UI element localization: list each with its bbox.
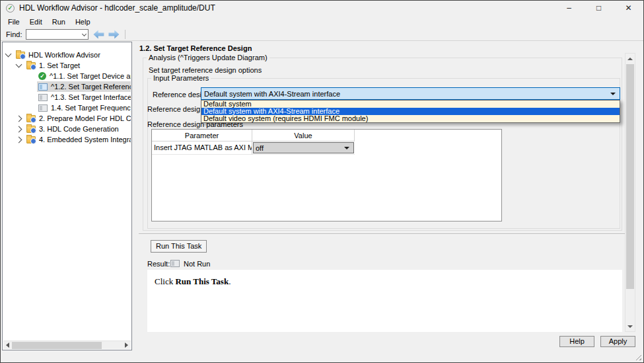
tree-item-label: ^1.1. Set Target Device and Synthe [50,72,131,80]
apply-button[interactable]: Apply [600,336,635,347]
column-header-value: Value [252,130,355,141]
chevron-down-icon[interactable] [16,61,22,68]
task-description: Set target reference design options [149,66,262,74]
find-toolbar: Find: [1,28,643,41]
reference-design-value: Default system with AXI4-Stream interfac… [201,90,610,98]
parameter-cell: Insert JTAG MATLAB as AXI Master(H... [152,141,252,155]
reference-design-select[interactable]: Default system with AXI4-Stream interfac… [201,87,620,100]
workflow-folder-icon [26,62,36,69]
tree-item-label: 2. Prepare Model For HDL Code Genera [39,114,131,122]
minimize-button[interactable]: – [554,1,584,15]
menu-item-help[interactable]: Help [73,17,92,27]
chevron-down-icon[interactable] [80,32,88,37]
app-icon [6,4,15,13]
menu-item-run[interactable]: Run [50,17,67,27]
table-row: Insert JTAG MATLAB as AXI Master(H... of… [152,141,501,155]
chevron-right-icon[interactable] [16,126,22,132]
analysis-group-label: Analysis (^Triggers Update Diagram) [149,54,268,61]
task-icon [38,104,48,112]
find-next-icon[interactable] [108,30,119,39]
chevron-down-icon[interactable] [344,147,349,152]
chevron-down-icon[interactable] [610,93,616,98]
result-label: Result: [147,260,170,268]
message-bold: Run This Task [175,276,229,286]
task-title: 1.2. Set Target Reference Design [139,44,252,52]
run-this-task-button[interactable]: Run This Task [151,240,207,253]
result-message-box: Click Run This Task. [147,270,622,332]
scroll-left-icon[interactable] [3,341,12,349]
input-parameters-label: Input Parameters [153,74,209,82]
scrollbar-thumb[interactable] [626,64,634,289]
maximize-button[interactable]: □ [584,1,614,15]
tree-item-prepare-model[interactable]: 2. Prepare Model For HDL Code Genera [3,113,131,124]
tree-item-label: 1. Set Target [39,61,80,69]
tree-item-embedded-system-integration[interactable]: 4. Embedded System Integration [3,134,131,145]
chevron-down-icon[interactable] [5,51,12,58]
tree-item-set-target-device[interactable]: ^1.1. Set Target Device and Synthe [3,71,131,81]
tree-item-hdl-code-generation[interactable]: 3. HDL Code Generation [3,124,131,134]
find-previous-icon[interactable] [93,30,104,39]
result-status: Not Run [184,260,210,268]
tree-item-set-target[interactable]: 1. Set Target [3,60,131,71]
chevron-right-icon[interactable] [16,115,22,122]
find-combobox[interactable] [26,29,89,40]
workflow-folder-icon [26,126,36,133]
task-panel-vertical-scrollbar[interactable] [625,53,635,332]
menu-bar: File Edit Run Help [1,15,643,28]
workflow-folder-icon [26,115,36,122]
window-controls: – □ ✕ [554,1,643,15]
help-button[interactable]: Help [559,336,594,347]
tree-item-label: ^1.2. Set Target Reference Design [51,83,131,91]
column-header-parameter: Parameter [152,130,252,141]
tree-item-label: ^1.3. Set Target Interface [51,93,131,101]
workflow-folder-icon [26,136,36,143]
workflow-folder-icon [16,52,25,59]
tree-item-label: 3. HDL Code Generation [39,125,119,133]
toolbar-separator [125,30,125,39]
value-dropdown-text: off [254,144,344,152]
tree-item-label: 1.4. Set Target Frequency [51,104,131,112]
tree-item-label: HDL Workflow Advisor [28,51,100,59]
tree-item-set-target-interface[interactable]: ^1.3. Set Target Interface [3,92,131,102]
chevron-right-icon[interactable] [16,136,22,143]
tree-item-label: 4. Embedded System Integration [39,136,131,143]
reference-design-toolversion-label: Reference design to [147,105,200,113]
table-header-row: Parameter Value [152,130,501,141]
scroll-down-icon[interactable] [626,321,635,331]
resize-grip[interactable] [635,354,641,360]
tree-horizontal-scrollbar[interactable] [3,341,131,349]
scroll-right-icon[interactable] [122,341,131,349]
option-default-video-system[interactable]: Default video system (requires HDMI FMC … [201,115,620,122]
passed-check-icon [38,72,46,80]
tree-item-set-target-reference-design[interactable]: ^1.2. Set Target Reference Design [3,81,131,92]
title-bar: HDL Workflow Advisor - hdlcoder_scale_am… [1,1,643,15]
hdl-workflow-advisor-window: HDL Workflow Advisor - hdlcoder_scale_am… [0,0,644,363]
reference-design-dropdown-list: Default system Default system with AXI4-… [201,100,620,123]
option-default-system-axi4-stream[interactable]: Default system with AXI4-Stream interfac… [201,108,620,115]
tree-item-hdl-workflow-advisor[interactable]: HDL Workflow Advisor [3,50,131,60]
parameters-table: Parameter Value Insert JTAG MATLAB as AX… [151,129,502,222]
message-suffix: . [229,276,231,286]
tree-item-set-target-frequency[interactable]: 1.4. Set Target Frequency [3,102,131,113]
not-run-status-icon [170,260,180,267]
scroll-up-icon[interactable] [626,54,635,63]
task-icon [38,83,48,91]
scrollbar-thumb[interactable] [12,342,102,349]
option-default-system[interactable]: Default system [201,101,620,108]
workflow-tree-panel: HDL Workflow Advisor 1. Set Target ^1.1.… [2,42,132,350]
message-prefix: Click [155,276,175,286]
menu-item-file[interactable]: File [6,17,22,27]
section-separator [139,233,631,235]
window-title: HDL Workflow Advisor - hdlcoder_scale_am… [19,3,215,13]
value-cell: off [252,141,355,155]
find-input[interactable] [26,30,80,38]
task-icon [38,94,48,101]
find-label: Find: [6,30,22,38]
close-button[interactable]: ✕ [614,1,643,15]
menu-item-edit[interactable]: Edit [28,17,44,27]
value-dropdown[interactable]: off [253,142,354,153]
